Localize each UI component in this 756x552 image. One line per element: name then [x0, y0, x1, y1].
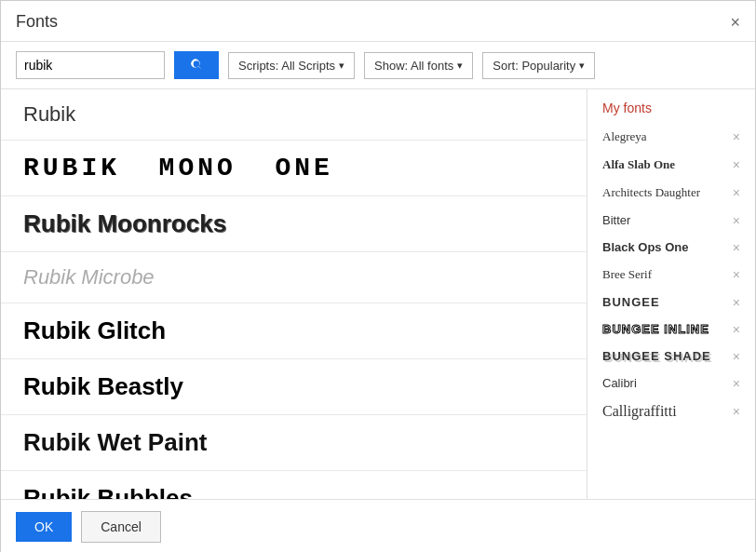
my-font-label: BUNGEE INLINE — [602, 322, 709, 336]
font-item-rubik-mono-one[interactable]: RUBIK MONO ONE — [1, 141, 587, 196]
my-font-item-bungee-inline[interactable]: BUNGEE INLINE × — [587, 316, 755, 343]
my-font-label: Calibri — [602, 376, 637, 390]
font-label: Rubik Wet Paint — [23, 428, 207, 456]
font-item-rubik[interactable]: Rubik — [1, 89, 587, 141]
my-font-item-architects-daughter[interactable]: Architects Daughter × — [587, 179, 755, 207]
fonts-dialog: Fonts × Scripts: All Scripts Show: All f… — [0, 0, 756, 552]
font-label: Rubik Microbe — [23, 265, 155, 289]
font-label: Rubik Bubbles — [23, 484, 193, 499]
remove-bungee-button[interactable]: × — [733, 296, 740, 309]
font-label: Rubik — [23, 102, 75, 126]
dialog-title: Fonts — [16, 12, 58, 32]
dialog-body: Rubik RUBIK MONO ONE Rubik Moonrocks Rub… — [1, 89, 755, 499]
dialog-footer: OK Cancel — [1, 499, 755, 552]
my-font-item-black-ops-one[interactable]: Black Ops One × — [587, 234, 755, 261]
my-font-item-calligraffitti[interactable]: Calligraffitti × — [587, 397, 755, 426]
ok-button[interactable]: OK — [16, 512, 72, 542]
font-label: Rubik Moonrocks — [23, 209, 226, 237]
remove-calibri-button[interactable]: × — [733, 377, 740, 390]
my-font-item-bungee-shade[interactable]: BUNGEE SHADE × — [587, 343, 755, 370]
my-font-label: Black Ops One — [602, 240, 688, 254]
font-label: RUBIK MONO ONE — [23, 154, 333, 182]
font-list-panel: Rubik RUBIK MONO ONE Rubik Moonrocks Rub… — [1, 89, 587, 499]
remove-architects-daughter-button[interactable]: × — [733, 186, 740, 199]
remove-black-ops-one-button[interactable]: × — [733, 241, 740, 254]
remove-bree-serif-button[interactable]: × — [733, 268, 740, 281]
my-font-label: BUNGEE SHADE — [602, 349, 711, 363]
my-font-label: Architects Daughter — [602, 185, 700, 200]
font-label: Rubik Beastly — [23, 372, 183, 400]
remove-bitter-button[interactable]: × — [733, 214, 740, 227]
my-font-item-calibri[interactable]: Calibri × — [587, 370, 755, 397]
remove-calligraffitti-button[interactable]: × — [733, 405, 740, 418]
my-font-item-bree-serif[interactable]: Bree Serif × — [587, 261, 755, 289]
my-fonts-header: My fonts — [587, 89, 755, 123]
search-button[interactable] — [174, 51, 219, 79]
my-font-item-alegreya[interactable]: Alegreya × — [587, 123, 755, 151]
dialog-header: Fonts × — [1, 1, 755, 42]
font-label: Rubik Glitch — [23, 316, 166, 344]
my-font-label: Calligraffitti — [602, 403, 677, 420]
remove-bungee-shade-button[interactable]: × — [733, 350, 740, 363]
my-font-label: Alegreya — [602, 129, 647, 144]
font-item-rubik-bubbles[interactable]: Rubik Bubbles — [1, 471, 587, 499]
search-input[interactable] — [16, 51, 165, 79]
font-item-rubik-moonrocks[interactable]: Rubik Moonrocks — [1, 196, 587, 252]
search-icon — [189, 58, 204, 73]
font-item-rubik-microbe[interactable]: Rubik Microbe — [1, 252, 587, 303]
close-button[interactable]: × — [730, 14, 740, 31]
my-font-item-bitter[interactable]: Bitter × — [587, 207, 755, 234]
font-item-rubik-wet-paint[interactable]: Rubik Wet Paint — [1, 415, 587, 471]
font-item-rubik-glitch[interactable]: Rubik Glitch — [1, 303, 587, 359]
my-font-label: Alfa Slab One — [602, 157, 675, 172]
my-font-item-alfa-slab-one[interactable]: Alfa Slab One × — [587, 151, 755, 179]
cancel-button[interactable]: Cancel — [81, 511, 161, 543]
scripts-filter-button[interactable]: Scripts: All Scripts — [228, 52, 355, 79]
sort-filter-button[interactable]: Sort: Popularity — [482, 52, 595, 79]
my-font-label: BUNGEE — [602, 295, 660, 309]
remove-alfa-slab-one-button[interactable]: × — [733, 158, 740, 171]
my-font-item-bungee[interactable]: BUNGEE × — [587, 289, 755, 316]
my-fonts-panel: My fonts Alegreya × Alfa Slab One × Arch… — [587, 89, 755, 499]
font-item-rubik-beastly[interactable]: Rubik Beastly — [1, 359, 587, 415]
remove-alegreya-button[interactable]: × — [733, 130, 740, 143]
show-filter-button[interactable]: Show: All fonts — [364, 52, 473, 79]
my-font-label: Bree Serif — [602, 267, 652, 282]
my-font-label: Bitter — [602, 213, 630, 227]
remove-bungee-inline-button[interactable]: × — [733, 323, 740, 336]
toolbar: Scripts: All Scripts Show: All fonts Sor… — [1, 42, 755, 89]
